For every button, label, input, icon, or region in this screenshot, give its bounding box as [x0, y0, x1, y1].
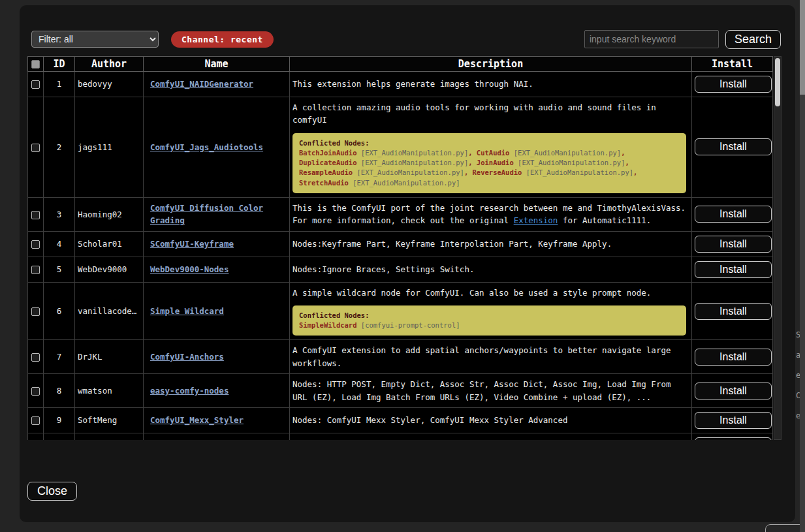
row-install-cell: Install [692, 231, 773, 257]
row-name-cell: ComfyUI_Jags_Audiotools [144, 97, 290, 198]
install-button[interactable]: Install [695, 437, 772, 440]
conflict-node-name: ResampleAudio [299, 168, 353, 176]
page-scrollbar-thumb[interactable] [800, 0, 805, 95]
conflict-node-name: DuplicateAudio [299, 159, 357, 166]
partial-button-bottom-right[interactable] [765, 524, 805, 532]
filter-select[interactable]: Filter: all [31, 31, 159, 48]
search-input[interactable] [584, 30, 719, 48]
row-checkbox[interactable] [31, 416, 40, 425]
header-install: Install [692, 57, 773, 72]
close-button[interactable]: Close [27, 482, 77, 501]
table-row: 7 DrJKL ComfyUI-Anchors A ComfyUI extens… [28, 340, 773, 374]
conflict-node-ref: [EXT_AudioManipulation.py] [353, 168, 464, 176]
search-button[interactable]: Search [725, 30, 781, 49]
description-text: A simple wildcard node for ComfyUI. Can … [292, 287, 689, 299]
row-checkbox[interactable] [31, 307, 40, 316]
conflict-node-ref: [EXT_AudioManipulation.py] [522, 168, 633, 176]
node-name-link[interactable]: ComfyUI_Mexx_Styler [146, 414, 244, 426]
toolbar: Filter: all Channel: recent Search [31, 30, 781, 48]
row-author: zcfrank1st [75, 433, 144, 440]
row-install-cell: Install [692, 257, 773, 282]
conflict-node-ref: [EXT_AudioManipulation.py] [514, 159, 625, 166]
install-button[interactable]: Install [695, 303, 772, 320]
table-row: 8 wmatson easy-comfy-nodes Nodes: HTTP P… [28, 374, 773, 408]
select-all-checkbox[interactable] [31, 60, 40, 69]
description-text: This is the ComfyUI port of the joint re… [292, 202, 689, 227]
install-button[interactable]: Install [695, 236, 772, 253]
node-name-link[interactable]: ComfyUI_NAIDGenerator [146, 78, 253, 90]
row-author: Scholar01 [75, 231, 144, 257]
page-scrollbar[interactable] [800, 0, 805, 532]
table-body: 1 bedovyy ComfyUI_NAIDGenerator This ext… [28, 72, 773, 441]
conflict-node-ref: [EXT_AudioManipulation.py] [509, 149, 621, 157]
install-button[interactable]: Install [695, 349, 772, 366]
conflict-node-name: StretchAudio [299, 179, 349, 187]
row-checkbox-cell [28, 97, 44, 198]
description-text: Nodes:Ignore Braces, Settings Switch. [292, 263, 689, 275]
row-install-cell: Install [692, 97, 773, 198]
row-name-cell: Simple Wildcard [144, 282, 290, 340]
description-text: Nodes: Yolov8Detection, Yolov8Segmentati… [292, 439, 689, 440]
row-checkbox[interactable] [31, 80, 40, 89]
row-author: Haoming02 [75, 197, 144, 231]
row-description: Nodes: HTTP POST, Empty Dict, Assoc Str,… [290, 374, 692, 408]
row-install-cell: Install [692, 340, 773, 374]
row-checkbox[interactable] [31, 387, 40, 396]
header-description: Description [290, 57, 692, 72]
row-name-cell: ComfyUI Diffusion Color Grading [144, 197, 290, 231]
node-name-link[interactable]: ComfyUI Yolov8 [146, 439, 219, 440]
table-scrollbar[interactable] [774, 56, 781, 440]
install-button[interactable]: Install [695, 138, 772, 155]
header-author: Author [75, 57, 144, 72]
row-name-cell: SComfyUI-Keyframe [144, 231, 290, 257]
table-row: 10 zcfrank1st ComfyUI Yolov8 Nodes: Yolo… [28, 433, 773, 440]
description-text: Nodes: ComfyUI Mexx Styler, ComfyUI Mexx… [292, 414, 689, 426]
row-id: 7 [44, 340, 75, 374]
conflicted-nodes-box: Conflicted Nodes:SimpleWildcard [comfyui… [292, 305, 686, 336]
install-button[interactable]: Install [695, 206, 772, 223]
row-checkbox[interactable] [31, 353, 40, 362]
table-row: 4 Scholar01 SComfyUI-Keyframe Nodes:Keyf… [28, 231, 773, 257]
row-install-cell: Install [692, 407, 773, 433]
row-description: Nodes: ComfyUI Mexx Styler, ComfyUI Mexx… [290, 407, 692, 433]
table-row: 6 vanillacode314 Simple Wildcard A simpl… [28, 282, 773, 340]
row-name-cell: ComfyUI Yolov8 [144, 433, 290, 440]
row-description: A collection amazing audio tools for wor… [290, 97, 692, 198]
install-button[interactable]: Install [695, 76, 772, 93]
custom-nodes-table: ID Author Name Description Install 1 bed… [27, 56, 773, 440]
row-checkbox-cell [28, 407, 44, 433]
node-name-link[interactable]: easy-comfy-nodes [146, 384, 229, 397]
node-name-link[interactable]: WebDev9000-Nodes [146, 263, 229, 275]
table-row: 5 WebDev9000 WebDev9000-Nodes Nodes:Igno… [28, 257, 773, 282]
node-name-link[interactable]: Simple Wildcard [146, 305, 224, 317]
row-name-cell: ComfyUI-Anchors [144, 340, 290, 374]
conflicted-nodes-title: Conflicted Nodes: [299, 311, 369, 319]
description-text: A ComfyUI extension to add spatial ancho… [292, 344, 689, 369]
node-name-link[interactable]: SComfyUI-Keyframe [146, 238, 234, 250]
table-scrollbar-thumb[interactable] [775, 58, 780, 106]
row-checkbox[interactable] [31, 211, 40, 219]
row-id: 3 [44, 197, 75, 231]
row-description: Nodes: Yolov8Detection, Yolov8Segmentati… [290, 433, 692, 440]
row-id: 1 [44, 72, 75, 97]
table-row: 3 Haoming02 ComfyUI Diffusion Color Grad… [28, 197, 773, 231]
row-id: 2 [44, 97, 75, 198]
node-name-link[interactable]: ComfyUI_Jags_Audiotools [146, 141, 263, 153]
conflict-node-ref: [EXT_AudioManipulation.py] [349, 179, 460, 187]
install-button[interactable]: Install [695, 412, 772, 429]
row-checkbox[interactable] [31, 144, 40, 152]
install-button[interactable]: Install [695, 383, 772, 399]
row-install-cell: Install [692, 282, 773, 340]
row-install-cell: Install [692, 374, 773, 408]
description-link[interactable]: Extension [514, 215, 558, 225]
row-checkbox-cell [28, 231, 44, 257]
node-name-link[interactable]: ComfyUI-Anchors [146, 351, 224, 363]
header-id: ID [44, 57, 75, 72]
node-name-link[interactable]: ComfyUI Diffusion Color Grading [146, 202, 287, 227]
row-checkbox[interactable] [31, 240, 40, 249]
install-button[interactable]: Install [695, 261, 772, 278]
row-checkbox-cell [28, 257, 44, 282]
row-id: 10 [44, 433, 75, 440]
row-checkbox[interactable] [31, 266, 40, 274]
row-id: 9 [44, 407, 75, 433]
